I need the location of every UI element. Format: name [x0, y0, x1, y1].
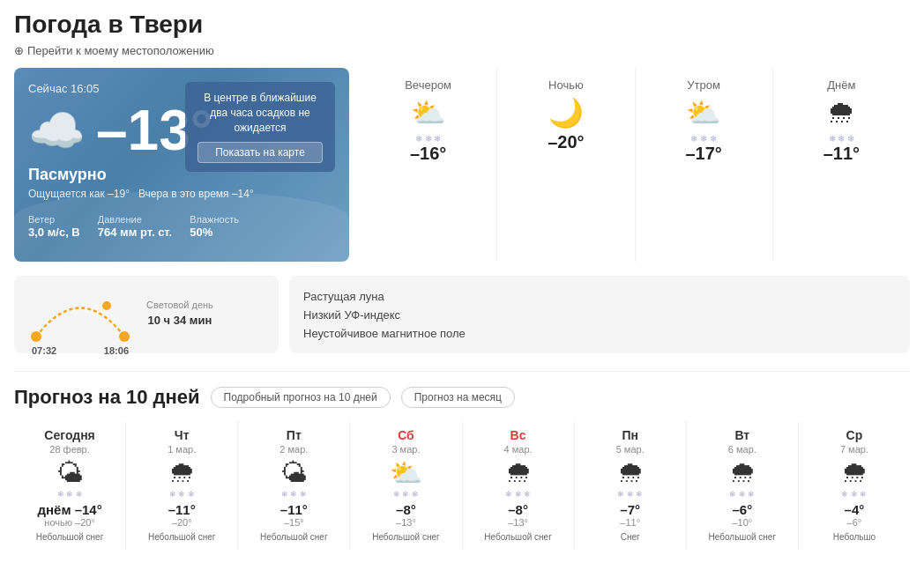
- day-name: Пн: [622, 428, 638, 442]
- day-temp-day: днём –14°: [37, 502, 101, 517]
- day-temp-night: ночью –20°: [44, 517, 94, 528]
- day-date: 2 мар.: [279, 444, 308, 455]
- show-map-button[interactable]: Показать на карте: [197, 142, 323, 163]
- day-name: Ср: [846, 428, 863, 442]
- pressure-detail: Давление 764 мм рт. ст.: [98, 214, 172, 239]
- day-icon: 🌨: [841, 460, 868, 486]
- day-condition: Небольшой снег: [148, 531, 215, 543]
- current-weather-icon: ☁️: [28, 107, 86, 153]
- daylight-label: Световой день: [146, 300, 213, 310]
- extra-info-item: Неустойчивое магнитное поле: [303, 327, 896, 340]
- snow-indicator: ❄ ❄ ❄: [829, 134, 855, 144]
- period-temp: –16°: [410, 144, 446, 164]
- forecast-header: Прогноз на 10 дней Подробный прогноз на …: [14, 386, 910, 409]
- extra-info-item: Растущая луна: [303, 290, 896, 303]
- period-icon: 🌙: [548, 99, 584, 127]
- day-icon: ⛅: [390, 460, 422, 486]
- day-temp-day: –7°: [620, 502, 640, 517]
- day-temp-day: –4°: [845, 502, 865, 517]
- daylight-card: 07:32 18:06 Световой день 10 ч 34 мин: [14, 276, 279, 353]
- day-snow: ❄ ❄ ❄: [729, 490, 755, 499]
- day-icon: 🌨: [729, 460, 756, 486]
- day-date: 4 мар.: [504, 444, 533, 455]
- day-snow: ❄ ❄ ❄: [505, 490, 531, 499]
- sunset-time: 18:06: [104, 345, 129, 356]
- period-temp: –11°: [823, 144, 860, 164]
- today-periods: Вечером ⛅ ❄ ❄ ❄ –16° Ночью 🌙 –20° Утром …: [360, 68, 910, 262]
- day-icon: 🌨: [617, 460, 644, 486]
- humidity-label: Влажность: [190, 214, 239, 225]
- day-condition: Небольшой снег: [260, 531, 327, 543]
- svg-point-1: [119, 331, 130, 342]
- day-temp-night: –13°: [508, 517, 528, 528]
- period-icon: 🌨: [827, 99, 855, 127]
- pressure-value: 764 мм рт. ст.: [98, 226, 172, 239]
- period-temp: –17°: [685, 144, 721, 164]
- page-title: Погода в Твери: [14, 11, 910, 39]
- day-snow: ❄ ❄ ❄: [57, 490, 83, 499]
- day-icon: 🌤: [56, 460, 83, 486]
- day-card: Сб 3 мар. ⛅ ❄ ❄ ❄ –8° –13° Небольшой сне…: [350, 421, 462, 550]
- feels-like: Ощущается как –19° Вчера в это время –14…: [28, 188, 335, 200]
- month-forecast-button[interactable]: Прогноз на месяц: [401, 387, 515, 408]
- day-name: Вт: [734, 428, 749, 442]
- day-temp-night: –6°: [847, 517, 862, 528]
- weather-details: Ветер 3,0 м/с, В Давление 764 мм рт. ст.…: [28, 214, 335, 239]
- period-icon: ⛅: [411, 99, 446, 127]
- day-name: Чт: [175, 428, 190, 442]
- day-card: Пт 2 мар. 🌤 ❄ ❄ ❄ –11° –15° Небольшой сн…: [238, 421, 350, 550]
- sunrise-time: 07:32: [32, 345, 56, 356]
- day-name: Вс: [510, 428, 526, 442]
- day-snow: ❄ ❄ ❄: [617, 490, 643, 499]
- daylight-info: Световой день 10 ч 34 мин: [146, 300, 213, 330]
- day-snow: ❄ ❄ ❄: [841, 490, 867, 499]
- period-temp: –20°: [548, 132, 584, 152]
- detailed-forecast-button[interactable]: Подробный прогноз на 10 дней: [211, 387, 391, 408]
- day-snow: ❄ ❄ ❄: [393, 490, 419, 499]
- period-name: Ночью: [548, 78, 584, 92]
- day-temp-night: –13°: [396, 517, 416, 528]
- location-link-text: Перейти к моему местоположению: [27, 44, 214, 57]
- day-card: Чт 1 мар. 🌨 ❄ ❄ ❄ –11° –20° Небольшой сн…: [126, 421, 238, 550]
- day-date: 7 мар.: [840, 444, 868, 455]
- period-card: Вечером ⛅ ❄ ❄ ❄ –16°: [360, 68, 497, 262]
- daylight-arc-svg: [32, 288, 129, 341]
- day-temp-day: –11°: [280, 502, 308, 517]
- period-name: Вечером: [405, 78, 451, 92]
- day-condition: Небольшо: [833, 531, 876, 543]
- day-snow: ❄ ❄ ❄: [169, 490, 195, 499]
- wind-label: Ветер: [28, 214, 80, 225]
- day-condition: Небольшой снег: [36, 531, 103, 543]
- day-date: 6 мар.: [728, 444, 756, 455]
- day-card: Вс 4 мар. 🌨 ❄ ❄ ❄ –8° –13° Небольшой сне…: [463, 421, 575, 550]
- svg-point-0: [31, 331, 41, 342]
- day-icon: 🌨: [168, 460, 195, 486]
- day-name: Сб: [398, 428, 414, 442]
- period-icon: ⛅: [686, 99, 721, 127]
- day-card: Сегодня 28 февр. 🌤 ❄ ❄ ❄ днём –14° ночью…: [14, 421, 126, 550]
- location-link[interactable]: ⊕ Перейти к моему местоположению: [14, 44, 910, 57]
- forecast-section: Прогноз на 10 дней Подробный прогноз на …: [14, 371, 910, 550]
- location-icon: ⊕: [14, 44, 24, 57]
- day-snow: ❄ ❄ ❄: [281, 490, 307, 499]
- humidity-value: 50%: [190, 226, 212, 239]
- day-card: Вт 6 мар. 🌨 ❄ ❄ ❄ –6° –10° Небольшой сне…: [687, 421, 799, 550]
- extra-info: Растущая лунаНизкий УФ-индексНеустойчиво…: [289, 276, 910, 353]
- day-card: Ср 7 мар. 🌨 ❄ ❄ ❄ –4° –6° Небольшо: [799, 421, 910, 550]
- day-date: 28 февр.: [49, 444, 89, 455]
- day-temp-day: –6°: [732, 502, 752, 517]
- day-condition: Небольшой снег: [372, 531, 439, 543]
- day-condition: Снег: [621, 531, 640, 543]
- period-card: Ночью 🌙 –20°: [497, 68, 635, 262]
- period-name: Утром: [687, 78, 720, 92]
- day-temp-day: –11°: [168, 502, 196, 517]
- day-temp-day: –8°: [508, 502, 528, 517]
- popup-text: В центре в ближайшие два часа осадков не…: [197, 91, 323, 135]
- day-condition: Небольшой снег: [709, 531, 776, 543]
- day-icon: 🌤: [280, 460, 307, 486]
- daylight-duration: 10 ч 34 мин: [148, 314, 212, 327]
- period-card: Днём 🌨 ❄ ❄ ❄ –11°: [773, 68, 910, 262]
- wind-detail: Ветер 3,0 м/с, В: [28, 214, 80, 239]
- extra-info-item: Низкий УФ-индекс: [303, 308, 896, 322]
- period-name: Днём: [827, 78, 855, 92]
